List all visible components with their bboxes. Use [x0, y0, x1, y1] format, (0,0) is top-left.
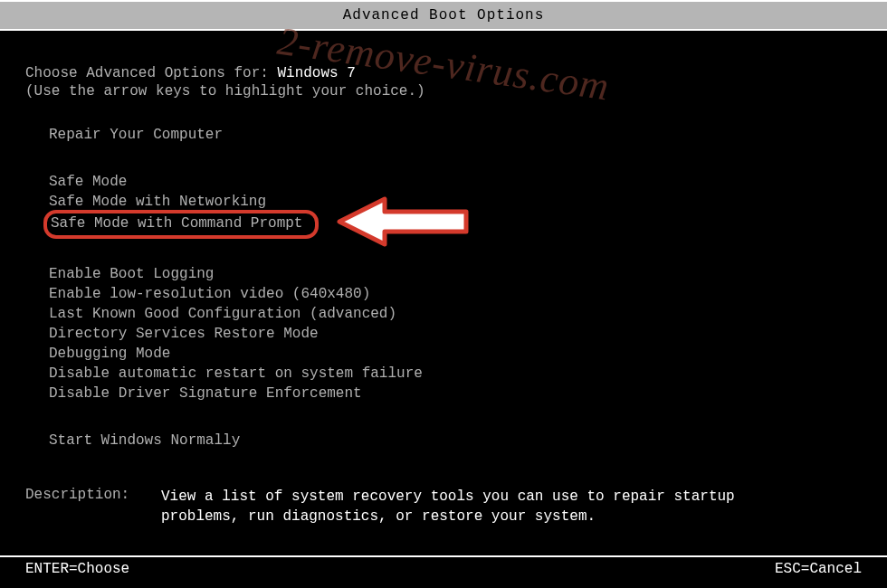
options-group: Enable Boot Logging Enable low-resolutio…: [49, 264, 862, 403]
description-row: Description: View a list of system recov…: [25, 487, 862, 526]
menu-safe-mode-cmd-highlight: Safe Mode with Command Prompt: [49, 212, 862, 239]
choose-line: Choose Advanced Options for: Windows 7: [25, 65, 862, 81]
footer-esc: ESC=Cancel: [775, 561, 862, 577]
title-bar: Advanced Boot Options: [0, 0, 887, 31]
menu-repair-computer[interactable]: Repair Your Computer: [49, 125, 862, 145]
arrow-key-hint: (Use the arrow keys to highlight your ch…: [25, 83, 862, 100]
os-name: Windows 7: [277, 65, 355, 81]
boot-menu-content: Choose Advanced Options for: Windows 7 (…: [0, 31, 887, 526]
menu-low-res[interactable]: Enable low-resolution video (640x480): [49, 284, 862, 304]
menu-lkg[interactable]: Last Known Good Configuration (advanced): [49, 304, 862, 324]
start-normal-group: Start Windows Normally: [49, 431, 862, 450]
description-label: Description:: [25, 487, 134, 526]
menu-safe-mode-networking[interactable]: Safe Mode with Networking: [49, 192, 862, 212]
repair-group: Repair Your Computer: [49, 125, 862, 145]
menu-no-auto-restart[interactable]: Disable automatic restart on system fail…: [49, 364, 862, 384]
menu-no-sig-enforcement[interactable]: Disable Driver Signature Enforcement: [49, 384, 862, 403]
footer-bar: ENTER=Choose ESC=Cancel: [0, 555, 887, 577]
description-text: View a list of system recovery tools you…: [161, 487, 749, 526]
menu-start-normally[interactable]: Start Windows Normally: [49, 431, 862, 450]
choose-prefix: Choose Advanced Options for:: [25, 65, 277, 81]
footer-enter: ENTER=Choose: [25, 561, 129, 577]
safe-mode-group: Safe Mode Safe Mode with Networking Safe…: [49, 172, 862, 239]
menu-boot-logging[interactable]: Enable Boot Logging: [49, 264, 862, 284]
menu-safe-mode[interactable]: Safe Mode: [49, 172, 862, 192]
menu-debug[interactable]: Debugging Mode: [49, 344, 862, 364]
window-title: Advanced Boot Options: [343, 7, 545, 24]
menu-safe-mode-cmd[interactable]: Safe Mode with Command Prompt: [43, 210, 319, 239]
menu-ds-restore[interactable]: Directory Services Restore Mode: [49, 324, 862, 344]
